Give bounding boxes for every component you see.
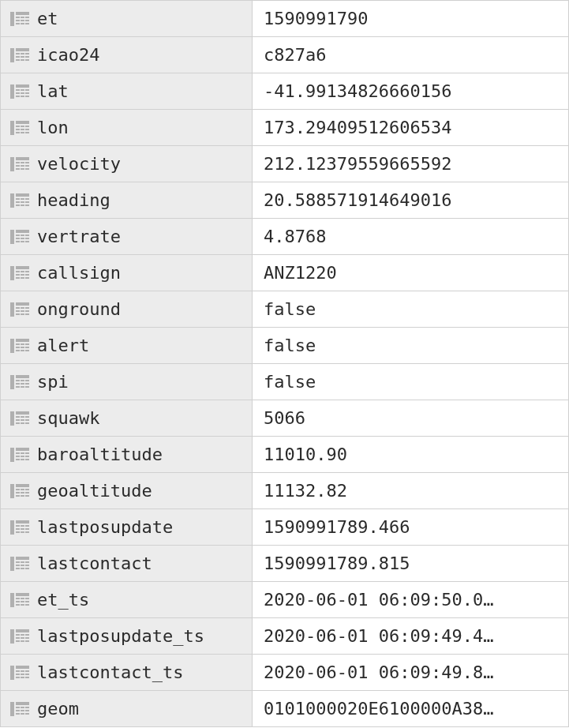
svg-rect-113 [16, 593, 29, 596]
table-row-alert[interactable]: alert false [0, 328, 569, 364]
svg-rect-46 [16, 241, 29, 242]
svg-rect-58 [16, 307, 29, 309]
svg-rect-52 [16, 274, 29, 276]
svg-rect-112 [10, 593, 14, 607]
table-row-geom[interactable]: geom 0101000020E6100000A38… [0, 691, 569, 727]
svg-rect-59 [16, 310, 29, 312]
svg-rect-84 [10, 448, 14, 462]
svg-rect-51 [16, 271, 29, 272]
key-cell: onground [0, 291, 253, 327]
key-cell: et [0, 1, 253, 36]
svg-rect-26 [20, 124, 21, 135]
svg-rect-124 [20, 632, 21, 644]
key-cell: squawk [0, 400, 253, 436]
table-row-callsign[interactable]: callsign ANZ1220 [0, 255, 569, 291]
svg-rect-39 [16, 205, 29, 206]
table-row-lastcontact[interactable]: lastcontact 1590991789.815 [0, 546, 569, 582]
svg-rect-133 [10, 702, 14, 716]
key-label: lat [37, 81, 69, 101]
key-label: vertrate [37, 227, 121, 246]
svg-rect-95 [16, 495, 29, 497]
key-label: baroaltitude [37, 445, 163, 464]
table-row-lastposupdate[interactable]: lastposupdate 1590991789.466 [0, 509, 569, 546]
table-row-icao24[interactable]: icao24 c827a6 [0, 37, 569, 73]
value-cell: 5066 [253, 400, 569, 436]
svg-rect-100 [16, 525, 29, 527]
key-label: onground [37, 299, 121, 319]
svg-rect-36 [16, 193, 29, 197]
value-cell: c827a6 [253, 37, 569, 73]
svg-rect-102 [16, 531, 29, 533]
svg-rect-48 [24, 233, 25, 244]
svg-rect-20 [24, 88, 25, 99]
table-row-heading[interactable]: heading 20.588571914649016 [0, 182, 569, 219]
table-row-baroaltitude[interactable]: baroaltitude 11010.90 [0, 437, 569, 473]
table-column-icon [10, 266, 29, 280]
svg-rect-1 [16, 12, 29, 15]
svg-rect-42 [10, 230, 14, 244]
svg-rect-65 [16, 343, 29, 345]
value-cell: 2020-06-01 06:09:49.4… [253, 618, 569, 654]
svg-rect-13 [24, 51, 25, 62]
svg-rect-47 [20, 233, 21, 244]
svg-rect-75 [20, 378, 21, 389]
svg-rect-56 [10, 302, 14, 317]
svg-rect-108 [16, 565, 29, 566]
table-row-lastposupdate_ts[interactable]: lastposupdate_ts 2020-06-01 06:09:49.4… [0, 618, 569, 655]
svg-rect-67 [16, 350, 29, 351]
key-label: geom [37, 699, 79, 719]
key-cell: lastposupdate_ts [0, 618, 253, 654]
svg-rect-25 [16, 132, 29, 133]
table-row-lat[interactable]: lat -41.99134826660156 [0, 73, 569, 110]
svg-rect-68 [20, 342, 21, 353]
key-label: et [37, 9, 58, 28]
svg-rect-17 [16, 92, 29, 94]
table-row-lastcontact_ts[interactable]: lastcontact_ts 2020-06-01 06:09:49.8… [0, 655, 569, 691]
svg-rect-94 [16, 492, 29, 493]
svg-rect-87 [16, 456, 29, 457]
table-column-icon [10, 557, 29, 571]
value-cell: ANZ1220 [253, 255, 569, 291]
svg-rect-99 [16, 520, 29, 523]
svg-rect-50 [16, 266, 29, 269]
table-column-icon [10, 484, 29, 498]
svg-rect-101 [16, 528, 29, 530]
table-row-onground[interactable]: onground false [0, 291, 569, 328]
svg-rect-54 [20, 269, 21, 280]
svg-rect-127 [16, 666, 29, 669]
table-row-et_ts[interactable]: et_ts 2020-06-01 06:09:50.0… [0, 582, 569, 618]
svg-rect-114 [16, 598, 29, 599]
key-cell: baroaltitude [0, 437, 253, 472]
svg-rect-122 [16, 637, 29, 639]
svg-rect-115 [16, 601, 29, 602]
table-row-geoaltitude[interactable]: geoaltitude 11132.82 [0, 473, 569, 509]
key-cell: lastcontact [0, 546, 253, 581]
svg-rect-86 [16, 452, 29, 454]
key-cell: spi [0, 364, 253, 400]
svg-rect-134 [16, 702, 29, 705]
svg-rect-57 [16, 302, 29, 306]
table-row-et[interactable]: et 1590991790 [0, 0, 569, 37]
svg-rect-98 [10, 520, 14, 535]
svg-rect-53 [16, 277, 29, 279]
svg-rect-29 [16, 157, 29, 160]
key-cell: vertrate [0, 219, 253, 254]
table-row-squawk[interactable]: squawk 5066 [0, 400, 569, 437]
svg-rect-12 [20, 51, 21, 62]
svg-rect-129 [16, 674, 29, 675]
svg-rect-9 [16, 53, 29, 54]
table-row-velocity[interactable]: velocity 212.12379559665592 [0, 146, 569, 182]
table-row-vertrate[interactable]: vertrate 4.8768 [0, 219, 569, 255]
key-cell: icao24 [0, 37, 253, 73]
table-row-lon[interactable]: lon 173.29409512606534 [0, 110, 569, 146]
table-row-spi[interactable]: spi false [0, 364, 569, 400]
value-cell: 11132.82 [253, 473, 569, 508]
svg-rect-105 [10, 557, 14, 571]
table-column-icon [10, 157, 29, 171]
key-cell: et_ts [0, 582, 253, 617]
svg-rect-7 [10, 48, 14, 62]
svg-rect-3 [16, 20, 29, 21]
table-column-icon [10, 666, 29, 680]
svg-rect-103 [20, 523, 21, 535]
table-column-icon [10, 230, 29, 244]
